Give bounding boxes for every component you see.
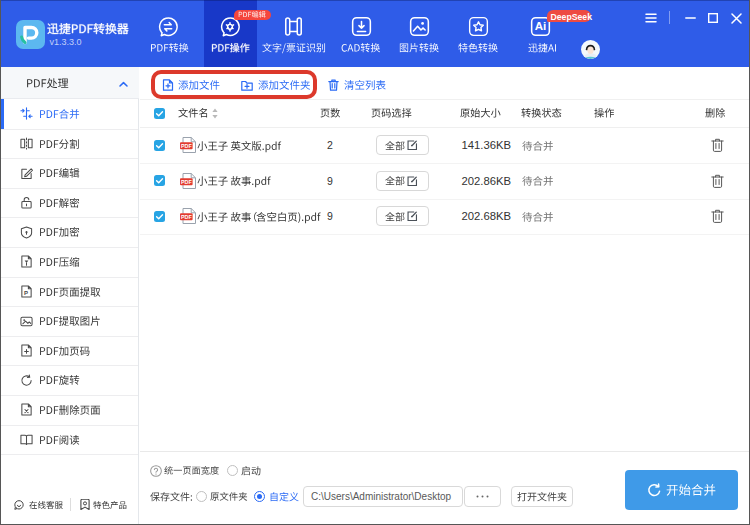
svg-text:PDF: PDF (181, 178, 192, 184)
svg-text:PDF: PDF (181, 214, 192, 220)
svg-text:P: P (24, 290, 28, 296)
svg-text:Ai: Ai (534, 19, 546, 32)
svg-text:PDF: PDF (181, 143, 192, 149)
